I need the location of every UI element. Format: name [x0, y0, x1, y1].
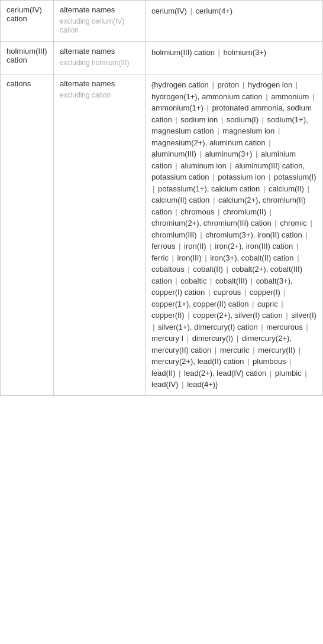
cerium-label: cerium(IV) cation: [7, 5, 42, 23]
cations-alternate-names-group: alternate names: [60, 79, 139, 88]
cerium-options: alternate names excluding cerium(IV) cat…: [54, 1, 146, 41]
cerium-values: cerium(IV) | cerium(4+): [146, 1, 322, 41]
cations-values: {hydrogen cation | proton | hydrogen ion…: [146, 74, 322, 395]
cations-excluding-label[interactable]: excluding cation: [60, 91, 111, 99]
holmium-options: alternate names excluding holmium(III): [54, 42, 146, 74]
cations-alternate-names-label[interactable]: alternate names: [60, 79, 115, 88]
cations-values-text: {hydrogen cation | proton | hydrogen ion…: [151, 80, 316, 389]
cerium-values-text: cerium(IV) | cerium(4+): [151, 6, 232, 15]
holmium-excluding-group: excluding holmium(III): [60, 58, 139, 67]
cations-label: cations: [7, 79, 31, 88]
holmium-values-text: holmium(III) cation | holmium(3+): [151, 48, 266, 57]
cerium-alternate-names-group: alternate names: [60, 5, 139, 14]
cerium-alternate-names-label[interactable]: alternate names: [60, 5, 115, 14]
holmium-excluding-label[interactable]: excluding holmium(III): [60, 58, 129, 67]
cerium-excluding-label[interactable]: excluding cerium(IV) cation: [60, 17, 124, 34]
main-table: cerium(IV) cation alternate names exclud…: [0, 0, 323, 396]
table-row: cerium(IV) cation alternate names exclud…: [1, 1, 322, 42]
row-label-cerium: cerium(IV) cation: [1, 1, 54, 41]
holmium-alternate-names-group: alternate names: [60, 47, 139, 56]
holmium-alternate-names-label[interactable]: alternate names: [60, 47, 115, 56]
table-row-cations: cations alternate names excluding cation…: [1, 74, 322, 395]
cations-excluding-group: excluding cation: [60, 90, 139, 99]
cerium-excluding-group: excluding cerium(IV) cation: [60, 17, 139, 34]
holmium-values: holmium(III) cation | holmium(3+): [146, 42, 322, 74]
row-label-holmium: holmium(III) cation: [1, 42, 54, 74]
cations-options: alternate names excluding cation: [54, 74, 146, 395]
table-row: holmium(III) cation alternate names excl…: [1, 42, 322, 74]
row-label-cations: cations: [1, 74, 54, 395]
holmium-label: holmium(III) cation: [7, 47, 47, 64]
